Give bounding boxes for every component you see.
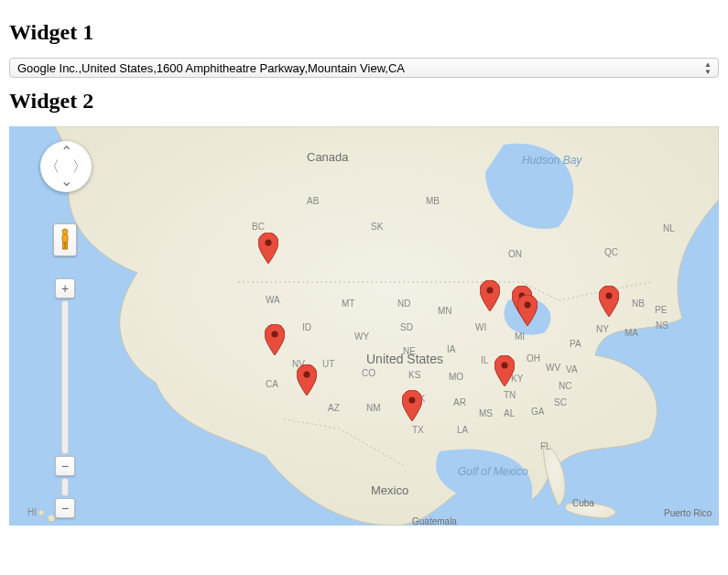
map-tiles	[9, 126, 719, 526]
label-ma: MA	[625, 328, 638, 338]
pan-left-icon[interactable]: 〈	[45, 159, 60, 174]
pan-control[interactable]: ⌃ ⌄ 〈 〉	[40, 141, 92, 192]
label-nc: NC	[559, 381, 571, 391]
label-nm: NM	[366, 403, 381, 413]
ny-marker[interactable]	[599, 286, 619, 317]
label-ne: NE	[403, 346, 416, 356]
tn-marker[interactable]	[494, 355, 515, 386]
label-nl: NL	[663, 223, 675, 233]
widget2-title: Widget 2	[9, 89, 719, 114]
zoom-slider-overview[interactable]	[61, 478, 69, 496]
pan-up-icon[interactable]: ⌃	[60, 145, 72, 159]
label-mo: MO	[449, 372, 463, 382]
label-az: AZ	[328, 403, 340, 413]
svg-rect-14	[66, 243, 68, 249]
svg-point-5	[409, 397, 416, 404]
wa-marker[interactable]	[258, 233, 278, 264]
svg-point-1	[48, 515, 55, 522]
label-sk: SK	[371, 222, 383, 232]
label-ns: NS	[656, 320, 668, 331]
label-pa: PA	[570, 339, 581, 349]
label-guatemala: Guatemala	[412, 516, 457, 526]
svg-point-0	[38, 510, 44, 515]
label-mb: MB	[426, 196, 440, 206]
label-hi: HI	[27, 507, 37, 517]
label-il: IL	[481, 355, 488, 365]
label-wi: WI	[475, 322, 486, 332]
label-wv: WV	[546, 363, 560, 373]
svg-rect-13	[63, 243, 65, 249]
label-bc: BC	[252, 222, 265, 232]
label-gulf: Gulf of Mexico	[458, 465, 528, 478]
svg-point-9	[525, 302, 531, 309]
svg-point-4	[304, 372, 310, 378]
label-mt: MT	[342, 298, 354, 309]
widget1-title: Widget 1	[9, 20, 719, 45]
location-select[interactable]: Google Inc.,United States,1600 Amphithea…	[9, 58, 719, 78]
zoom-control: + − −	[55, 278, 75, 518]
zoom-out-button[interactable]: −	[55, 456, 75, 476]
tx-marker[interactable]	[402, 390, 422, 421]
ca-north-marker[interactable]	[265, 324, 285, 355]
label-ny: NY	[596, 324, 609, 334]
zoom-overview-button[interactable]: −	[55, 498, 75, 518]
label-ks: KS	[408, 370, 420, 380]
ca-south-marker[interactable]	[297, 364, 317, 396]
svg-rect-12	[62, 234, 68, 243]
label-ga: GA	[531, 407, 544, 417]
label-tx: TX	[412, 425, 424, 435]
label-co: CO	[362, 368, 375, 378]
label-on: ON	[508, 249, 522, 259]
location-select-value: Google Inc.,United States,1600 Amphithea…	[17, 59, 696, 77]
select-updown-icon: ▲▼	[703, 61, 712, 76]
mi2-marker[interactable]	[517, 295, 538, 326]
pegman-icon	[58, 228, 72, 252]
label-oh: OH	[527, 353, 540, 363]
label-fl: FL	[540, 441, 551, 451]
label-ab: AB	[307, 196, 319, 206]
label-ut: UT	[322, 359, 334, 369]
label-id: ID	[302, 322, 311, 332]
label-hudson-bay: Hudson Bay	[522, 154, 581, 167]
svg-point-6	[502, 363, 508, 369]
label-ca: CA	[266, 379, 278, 389]
label-sc: SC	[554, 397, 567, 407]
svg-point-2	[266, 240, 272, 246]
label-la: LA	[457, 425, 468, 435]
zoom-in-button[interactable]: +	[55, 278, 75, 298]
label-puerto-rico: Puerto Rico	[664, 508, 712, 518]
pan-down-icon[interactable]: ⌄	[60, 174, 72, 189]
label-wa: WA	[266, 295, 280, 305]
label-qc: QC	[604, 247, 618, 257]
label-cuba: Cuba	[572, 498, 594, 508]
svg-point-7	[487, 288, 494, 294]
label-sd: SD	[400, 322, 413, 332]
pegman-button[interactable]	[53, 223, 77, 256]
label-pe: PE	[655, 305, 667, 315]
svg-point-10	[606, 293, 613, 299]
label-mexico: Mexico	[371, 483, 408, 497]
label-va: VA	[566, 364, 578, 374]
label-tn: TN	[504, 390, 516, 400]
svg-point-3	[272, 331, 278, 338]
wi-marker[interactable]	[480, 280, 500, 311]
label-ar: AR	[453, 397, 466, 407]
label-canada: Canada	[307, 150, 349, 164]
label-nb: NB	[632, 298, 645, 309]
pan-right-icon[interactable]: 〉	[72, 159, 87, 174]
label-ia: IA	[447, 344, 455, 354]
map[interactable]: Canada Hudson Bay United States Mexico G…	[9, 126, 719, 526]
svg-point-11	[62, 229, 68, 234]
label-ms: MS	[479, 408, 493, 418]
zoom-slider[interactable]	[61, 300, 69, 454]
label-wy: WY	[354, 331, 369, 342]
label-mn: MN	[438, 306, 452, 316]
label-al: AL	[504, 408, 515, 418]
label-mi: MI	[515, 331, 525, 342]
label-nd: ND	[397, 298, 410, 309]
